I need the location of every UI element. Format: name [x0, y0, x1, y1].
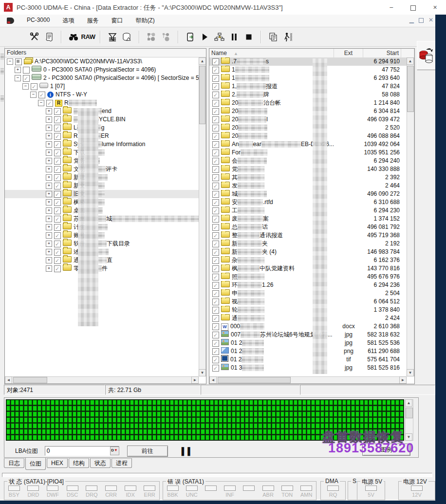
tree-checkbox[interactable]	[54, 232, 61, 239]
scroll-right-icon[interactable]: ►	[191, 376, 199, 384]
tree-row[interactable]: +end	[5, 107, 199, 115]
start-play-button[interactable]	[198, 30, 212, 44]
tree-row[interactable]: −A:\PC3000\WDC WD20NMVW-11AV3S3\	[5, 57, 199, 66]
menu-item-0[interactable]: PC-3000	[27, 17, 50, 25]
scroll-down-icon[interactable]: ▼	[407, 369, 414, 376]
tree-checkbox[interactable]	[54, 241, 61, 247]
table-row[interactable]: 2.牌58 088	[209, 91, 407, 99]
tab-结构[interactable]: 结构	[69, 458, 89, 468]
copy-results-button[interactable]	[266, 30, 280, 44]
tree-checkbox[interactable]	[23, 75, 30, 82]
expand-icon[interactable]: +	[46, 125, 52, 131]
tree-checkbox[interactable]	[54, 224, 61, 231]
file-checkbox[interactable]	[212, 241, 219, 247]
file-checkbox[interactable]	[212, 356, 219, 363]
filter-funnel-button[interactable]	[105, 30, 120, 44]
lba-dropdown-button[interactable]: D▼	[110, 447, 119, 455]
stop-button[interactable]	[242, 30, 256, 44]
expand-icon[interactable]: +	[46, 207, 52, 214]
file-checkbox[interactable]	[212, 100, 219, 107]
tree-checkbox[interactable]	[54, 158, 61, 165]
tab-状态[interactable]: 状态	[90, 458, 111, 468]
tree-row[interactable]: +计生	[5, 223, 199, 231]
build-plan-button[interactable]	[212, 30, 227, 44]
expand-icon[interactable]: +	[46, 149, 52, 156]
list-horizontal-scrollbar[interactable]: ◄ ►	[209, 376, 407, 384]
expand-icon[interactable]: +	[46, 249, 52, 255]
tree-row[interactable]: +新文	[5, 182, 199, 190]
file-checkbox[interactable]	[212, 232, 219, 239]
table-row[interactable]: 发2 464	[209, 182, 407, 190]
tree-checkbox[interactable]	[54, 116, 61, 123]
file-checkbox[interactable]	[212, 92, 219, 98]
table-row[interactable]: 杂6 162 376	[209, 256, 407, 264]
file-checkbox[interactable]	[212, 299, 219, 305]
expand-icon[interactable]: +	[46, 183, 52, 189]
exit-walk-button[interactable]	[280, 30, 295, 44]
tree-checkbox[interactable]	[54, 166, 61, 173]
scrollbar-thumb[interactable]	[13, 377, 47, 383]
table-row[interactable]: 202 520	[209, 124, 407, 132]
mdi-minimize-button[interactable]: ▁	[409, 17, 414, 23]
menu-item-2[interactable]: 服务	[87, 17, 98, 25]
table-row[interactable]: 视6 064 512	[209, 298, 407, 306]
tree-checkbox[interactable]	[54, 141, 61, 148]
tree-checkbox[interactable]	[54, 199, 61, 206]
tree-row[interactable]: −2 - PC3000 SATA0 (PhysicalSector = 4096…	[5, 74, 199, 82]
file-checkbox[interactable]	[212, 75, 219, 82]
tree-checkbox[interactable]	[15, 58, 22, 65]
table-row[interactable]: 20l496 039 472	[209, 115, 407, 124]
table-row[interactable]: 安.rtfd6 310 688	[209, 198, 407, 206]
table-row[interactable]: 环1.266 294 236	[209, 281, 407, 289]
tree-vertical-scrollbar[interactable]: ▲ ▼	[199, 57, 206, 376]
column-header-name[interactable]: Name▲	[209, 49, 334, 57]
file-checkbox[interactable]	[212, 191, 219, 198]
file-checkbox[interactable]	[212, 282, 219, 289]
window-minimize-button[interactable]: −	[380, 0, 402, 15]
tree-checkbox[interactable]	[54, 108, 61, 115]
scrollbar-thumb[interactable]	[406, 408, 413, 418]
search-binoculars-button[interactable]	[66, 30, 81, 44]
tree-horizontal-scrollbar[interactable]: ◄ ►	[5, 376, 199, 384]
file-checkbox[interactable]	[212, 323, 219, 330]
tree-row[interactable]: +YCLE.BIN	[5, 115, 199, 124]
list-vertical-scrollbar[interactable]: ▲ ▼	[407, 57, 414, 376]
file-checkbox[interactable]	[212, 307, 219, 314]
tree-checkbox[interactable]	[38, 92, 45, 98]
tree-row[interactable]: +0 - PC3000 SATA0 (PhysicalSector = 4096…	[5, 66, 199, 74]
expand-icon[interactable]: +	[46, 199, 52, 205]
file-checkbox[interactable]	[212, 183, 219, 189]
collapse-icon[interactable]: −	[38, 100, 44, 106]
file-checkbox[interactable]	[212, 274, 219, 280]
legend-button[interactable]: 图例	[362, 444, 410, 456]
tree-checkbox[interactable]	[54, 249, 61, 256]
tree-row[interactable]: +下载	[5, 149, 199, 157]
table-row[interactable]: 工6 294 230	[209, 206, 407, 215]
file-checkbox[interactable]	[212, 174, 219, 181]
file-checkbox[interactable]	[212, 348, 219, 355]
table-row[interactable]: 通2 424	[209, 314, 407, 322]
tree-row[interactable]: −RR	[5, 99, 199, 107]
table-row[interactable]: 照495 676 976	[209, 273, 407, 281]
tree-checkbox[interactable]	[54, 191, 61, 198]
expand-icon[interactable]: +	[46, 265, 52, 272]
table-row[interactable]: 20治台帐1 214 840	[209, 99, 407, 107]
tree-row[interactable]: +党务	[5, 157, 199, 165]
expand-icon[interactable]: +	[46, 108, 52, 114]
tree-row[interactable]: +Lg	[5, 124, 199, 132]
expand-icon[interactable]: +	[46, 166, 52, 172]
table-row[interactable]: 枫中队党建资料143 770 816	[209, 264, 407, 273]
table-row[interactable]: 新夹 (4)146 983 784	[209, 248, 407, 256]
map-structure-button[interactable]	[144, 30, 159, 44]
tree-row[interactable]: −1 [07]	[5, 82, 199, 91]
expand-icon[interactable]: +	[46, 224, 52, 230]
file-checkbox[interactable]	[212, 58, 219, 65]
tree-checkbox[interactable]	[54, 149, 61, 156]
collapse-icon[interactable]: −	[7, 58, 13, 65]
menu-item-3[interactable]: 窗口	[111, 17, 123, 25]
expand-icon[interactable]: +	[46, 116, 52, 123]
table-row[interactable]: 206 304 814	[209, 107, 407, 115]
expand-icon[interactable]: +	[46, 191, 52, 197]
file-checkbox[interactable]	[212, 216, 219, 223]
file-checkbox[interactable]	[212, 265, 219, 272]
